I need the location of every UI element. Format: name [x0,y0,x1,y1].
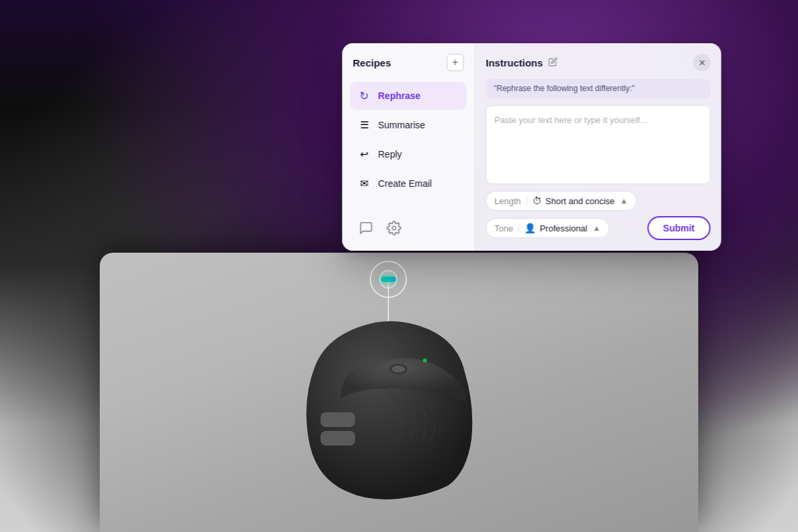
svg-point-4 [423,358,427,362]
recipe-item-summarise[interactable]: ☰ Summarise [350,111,467,139]
recipe-label-rephrase: Rephrase [378,90,421,101]
tone-chevron-icon: ▲ [593,223,600,233]
create-email-icon: ✉ [357,176,372,191]
recipes-header: Recipes + [350,54,467,71]
tone-icon: 👤 [525,223,536,233]
length-chevron-icon: ▲ [620,196,628,205]
submit-button[interactable]: Submit [647,216,710,240]
settings-icon[interactable] [385,219,404,237]
prompt-badge: "Rephrase the following text differently… [486,79,711,98]
recipe-item-reply[interactable]: ↩ Reply [350,140,467,168]
tone-control[interactable]: Tone 👤 Professional ▲ [486,218,610,238]
close-button[interactable]: ✕ [694,54,711,71]
tone-value: 👤 Professional [525,223,588,233]
svg-point-5 [392,226,396,230]
svg-point-3 [392,366,405,372]
controls-row: Length ⏱ Short and concise ▲ Tone 👤 Prof… [486,191,711,240]
instructions-title-row: Instructions [486,57,558,68]
svg-rect-0 [321,412,355,427]
instructions-header: Instructions ✕ [486,54,711,71]
reply-icon: ↩ [357,147,372,162]
edit-icon[interactable] [548,57,557,68]
divider [526,196,527,205]
connector-circle-inner [379,270,398,289]
ui-panel: Recipes + ↻ Rephrase ☰ Summarise ↩ Reply… [342,43,722,251]
recipe-label-create-email: Create Email [378,178,432,189]
textarea-placeholder: Paste your text here or type it yourself… [495,115,648,125]
summarise-icon: ☰ [357,118,372,132]
chat-icon[interactable] [357,219,376,237]
length-value: ⏱ Short and concise [532,196,614,206]
length-label: Length [495,196,521,206]
recipe-label-summarise: Summarise [378,120,426,130]
mouse-body [295,306,481,505]
rephrase-icon: ↻ [357,88,372,103]
text-area-wrapper[interactable]: Paste your text here or type it yourself… [486,105,711,184]
logi-button-indicator [381,277,396,282]
recipe-label-reply: Reply [378,149,402,160]
recipes-panel: Recipes + ↻ Rephrase ☰ Summarise ↩ Reply… [342,43,475,251]
length-value-text: Short and concise [545,196,614,206]
tone-value-text: Professional [540,223,588,233]
length-control[interactable]: Length ⏱ Short and concise ▲ [486,191,637,211]
connector-circle-outer [370,261,407,298]
recipes-title: Recipes [353,57,392,68]
add-recipe-button[interactable]: + [447,54,464,71]
instructions-title: Instructions [486,57,543,68]
recipe-item-rephrase[interactable]: ↻ Rephrase [350,82,467,110]
recipes-footer [350,211,467,240]
instructions-panel: Instructions ✕ "Rephrase the following t… [475,43,722,251]
divider2 [519,223,519,233]
mouse-container [282,279,495,505]
svg-rect-1 [321,431,355,446]
length-icon: ⏱ [532,196,541,206]
recipe-item-create-email[interactable]: ✉ Create Email [350,170,467,198]
tone-label: Tone [495,223,513,233]
